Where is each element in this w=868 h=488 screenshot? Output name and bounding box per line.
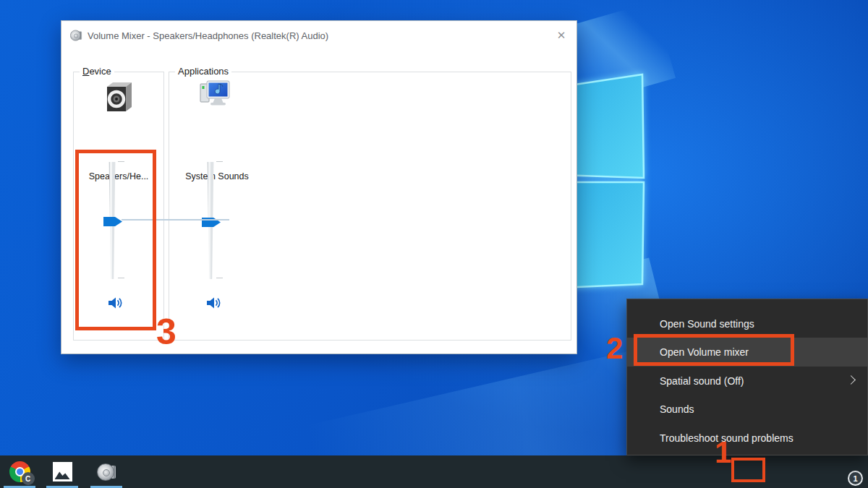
volume-mixer-window: Volume Mixer - Speakers/Headphones (Real… — [61, 20, 577, 354]
app-mute-button[interactable] — [205, 295, 224, 311]
speaker-sound-icon — [108, 296, 124, 310]
slider-level-connector-line — [122, 219, 229, 221]
submenu-chevron-icon — [846, 375, 856, 385]
title-bar[interactable]: Volume Mixer - Speakers/Headphones (Real… — [61, 21, 576, 50]
notification-badge[interactable]: 1 — [848, 471, 863, 486]
slider-tick — [118, 278, 124, 278]
slider-tick — [118, 161, 124, 162]
device-group: Device Speakers/He... — [73, 72, 164, 341]
chrome-badge: C — [22, 472, 35, 485]
device-group-label: Device — [80, 66, 114, 77]
speaker-device-icon — [103, 80, 133, 113]
volume-mixer-icon — [70, 30, 82, 41]
taskbar-button-photos[interactable] — [44, 455, 80, 488]
photos-icon — [53, 462, 72, 481]
speaker-app-icon — [97, 463, 116, 481]
annotation-number-2: 2 — [606, 333, 623, 364]
taskbar-button-volume-mixer[interactable] — [88, 455, 124, 488]
device-volume-slider-thumb[interactable] — [103, 217, 122, 226]
slider-tick — [216, 161, 223, 162]
speaker-sound-icon — [206, 296, 223, 310]
applications-group: Applications System Sounds — [169, 72, 571, 341]
menu-item-sounds[interactable]: Sounds — [627, 395, 867, 424]
menu-item-troubleshoot[interactable]: Troubleshoot sound problems — [627, 424, 867, 453]
application-name-label: System Sounds — [169, 171, 265, 181]
system-sounds-icon — [197, 78, 232, 108]
device-mute-button[interactable] — [106, 295, 125, 311]
applications-group-label: Applications — [175, 66, 231, 77]
menu-item-open-volume-mixer[interactable]: Open Volume mixer — [627, 338, 867, 367]
taskbar: C — [0, 455, 868, 488]
menu-item-open-sound-settings[interactable]: Open Sound settings — [627, 309, 867, 338]
slider-tick — [216, 278, 223, 278]
close-icon[interactable]: ✕ — [550, 25, 572, 46]
desktop: Volume Mixer - Speakers/Headphones (Real… — [0, 0, 868, 488]
menu-item-spatial-sound[interactable]: Spatial sound (Off) — [627, 367, 867, 395]
taskbar-button-chrome[interactable]: C — [1, 455, 38, 488]
device-name-label: Speakers/He... — [74, 171, 163, 181]
sound-context-menu: Open Sound settings Open Volume mixer Sp… — [626, 299, 868, 455]
window-title: Volume Mixer - Speakers/Headphones (Real… — [88, 30, 328, 41]
chrome-icon: C — [9, 461, 30, 482]
